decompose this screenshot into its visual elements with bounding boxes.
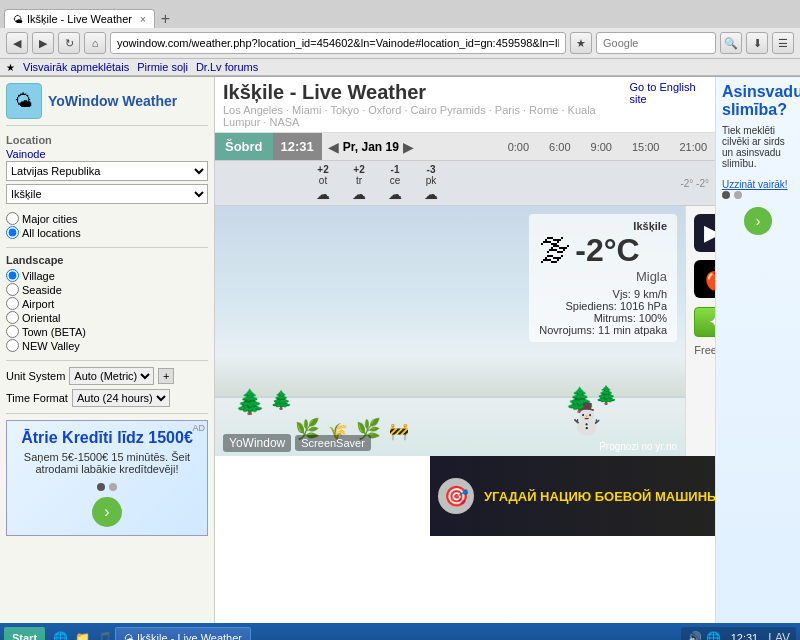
unit-select[interactable]: Auto (Metric) xyxy=(69,367,154,385)
time-mark-5: 21:00 xyxy=(679,141,707,153)
taskbar: Start 🌐 📁 🎵 🌤 Ikšķile - Live Weather 🔊 🌐… xyxy=(0,623,800,640)
landscape-title: Landscape xyxy=(6,254,208,266)
tree-1: 🌲 xyxy=(235,388,265,416)
landscape-seaside[interactable]: Seaside xyxy=(6,283,208,296)
tl-item-3: -1 ce ☁ xyxy=(377,163,413,203)
start-button[interactable]: Start xyxy=(4,627,45,640)
content-header: Ikšķile - Live Weather Los Angeles · Mia… xyxy=(215,77,715,133)
today-button[interactable]: Šobrd xyxy=(215,133,273,160)
weather-brand: YoWindow ScreenSaver xyxy=(223,434,371,452)
landscape-oriental[interactable]: Oriental xyxy=(6,311,208,324)
weather-main: 🌫 -2°C xyxy=(539,232,667,269)
page-container: 🌤 YoWindow Weather Location Vainode Latv… xyxy=(0,77,800,623)
bookmark-1[interactable]: Visvairāk apmeklētais xyxy=(23,61,129,73)
taskbar-system-tray: 🔊 🌐 12:31 LAV xyxy=(681,627,796,640)
download-button[interactable]: ✦ Download ⊞ xyxy=(694,307,715,337)
country-select[interactable]: Latvijas Republika xyxy=(6,161,208,181)
volume-icon[interactable]: 🔊 xyxy=(687,631,702,640)
prev-day-button[interactable]: ◀ xyxy=(328,139,339,155)
pressure-stat: Spiediens: 1016 hPa xyxy=(539,300,667,312)
taskbar-folder-icon[interactable]: 📁 xyxy=(73,629,91,640)
landscape-airport[interactable]: Airport xyxy=(6,297,208,310)
refresh-button[interactable]: ↻ xyxy=(58,32,80,54)
small-temp-2: -2° xyxy=(696,178,709,189)
unit-plus-button[interactable]: + xyxy=(158,368,174,384)
ad-title: Ātrie Kredīti līdz 1500€ xyxy=(15,429,199,447)
major-cities-radio[interactable]: Major cities xyxy=(6,212,208,225)
vainode-link[interactable]: Vainode xyxy=(6,148,208,160)
google-play-button[interactable]: ▶ ANDROID APP ON Google play xyxy=(694,214,715,252)
small-temp-1: -2° xyxy=(680,178,693,189)
city-select[interactable]: Ikšķile xyxy=(6,184,208,204)
download-btn-row: ✦ Download ⊞ 🍎 Mac xyxy=(694,306,715,338)
tl-item-1: +2 ot ☁ xyxy=(305,163,341,203)
tl-item-4: -3 pk ☁ xyxy=(413,163,449,203)
taskbar-ie-icon[interactable]: 🌐 xyxy=(51,629,69,640)
next-day-button[interactable]: ▶ xyxy=(403,139,414,155)
free-text: Free YoWindow 4 with Screen Saver (12 MB… xyxy=(694,344,715,368)
ad-dot-1 xyxy=(97,483,105,491)
health-arrow-button[interactable]: › xyxy=(744,207,772,235)
unit-label: Unit System xyxy=(6,370,65,382)
ad-arrow-button[interactable]: › xyxy=(92,497,122,527)
taskbar-media-icon[interactable]: 🎵 xyxy=(95,629,113,640)
unit-system-row: Unit System Auto (Metric) + xyxy=(6,367,208,385)
tree-2: 🌲 xyxy=(270,389,292,411)
app-store-button[interactable]: 🍎 Download on the App Store xyxy=(694,260,715,298)
network-icon[interactable]: 🌐 xyxy=(706,631,721,640)
download-nav-button[interactable]: ⬇ xyxy=(746,32,768,54)
fence: 🚧 xyxy=(389,422,409,441)
bookmarks-bar: ★ Visvairāk apmeklētais Pirmie soļi Dr.L… xyxy=(0,59,800,76)
time-format-label: Time Format xyxy=(6,392,68,404)
bottom-ad: 🎯 УГАДАЙ НАЦИЮ БОЕВОЙ МАШИНЫ ⭐ СССР США … xyxy=(430,456,715,536)
ad-dot-2 xyxy=(109,483,117,491)
distance-stat: Novrojums: 11 min atpaka xyxy=(539,324,667,336)
landscape-town[interactable]: Town (BETA) xyxy=(6,325,208,338)
all-locations-radio[interactable]: All locations xyxy=(6,226,208,239)
bookmark-2[interactable]: Pirmie soļi xyxy=(137,61,188,73)
location-section: Location Vainode Latvijas Republika Ikšķ… xyxy=(6,134,208,204)
ad-text-area: УГАДАЙ НАЦИЮ БОЕВОЙ МАШИНЫ xyxy=(484,489,715,504)
forward-button[interactable]: ▶ xyxy=(32,32,54,54)
bookmark-3[interactable]: Dr.Lv forums xyxy=(196,61,258,73)
back-button[interactable]: ◀ xyxy=(6,32,28,54)
nav-bar: ◀ ▶ ↻ ⌂ ★ 🔍 ⬇ ☰ xyxy=(0,28,800,59)
new-tab-button[interactable]: + xyxy=(155,10,176,28)
divider-1 xyxy=(6,247,208,248)
timeline-temps: +2 ot ☁ +2 tr ☁ -1 ce ☁ -3 pk ☁ -2° -2° xyxy=(215,161,715,206)
landscape-new-valley[interactable]: NEW Valley xyxy=(6,339,208,352)
active-tab[interactable]: 🌤 Ikšķile - Live Weather × xyxy=(4,9,155,28)
landscape-section: Landscape Village Seaside Airport Orient… xyxy=(6,254,208,352)
sidebar: 🌤 YoWindow Weather Location Vainode Latv… xyxy=(0,77,215,623)
lang-indicator[interactable]: LAV xyxy=(768,631,790,640)
home-button[interactable]: ⌂ xyxy=(84,32,106,54)
search-input[interactable] xyxy=(596,32,716,54)
screensaver-link[interactable]: ScreenSaver xyxy=(295,435,371,451)
bookmark-star-button[interactable]: ★ xyxy=(570,32,592,54)
date-nav: ◀ Pr, Jan 19 ▶ xyxy=(322,139,500,155)
health-dot-2 xyxy=(734,191,742,199)
time-format-row: Time Format Auto (24 hours) xyxy=(6,389,208,407)
health-dots xyxy=(722,191,794,199)
landscape-village[interactable]: Village xyxy=(6,269,208,282)
logo-icon: 🌤 xyxy=(6,83,42,119)
go-english-link[interactable]: Go to English site xyxy=(630,81,708,105)
time-format-select[interactable]: Auto (24 hours) xyxy=(72,389,170,407)
url-bar[interactable] xyxy=(110,32,566,54)
taskbar-browser-item[interactable]: 🌤 Ikšķile - Live Weather xyxy=(115,627,251,640)
ad-dots xyxy=(15,483,199,491)
nav-icons: ★ xyxy=(570,32,592,54)
health-ad-link[interactable]: Uzzināt vairāk! xyxy=(722,179,788,190)
weather-icon: 🌫 xyxy=(539,232,571,269)
settings-button[interactable]: ☰ xyxy=(772,32,794,54)
download-section: ▶ ANDROID APP ON Google play 🍎 Download … xyxy=(685,206,715,456)
time-marks: 0:00 6:00 9:00 15:00 21:00 xyxy=(500,141,715,153)
wind-stat: Vjs: 9 km/h xyxy=(539,288,667,300)
health-ad-title: Asinsvadu slimība? xyxy=(722,83,794,119)
divider-3 xyxy=(6,413,208,414)
tab-close-button[interactable]: × xyxy=(140,14,146,25)
header-left: Ikšķile - Live Weather Los Angeles · Mia… xyxy=(223,81,630,128)
health-ad-text: Tiek meklēti cilvēki ar sirds un asinsva… xyxy=(722,125,794,169)
logo-text: YoWindow Weather xyxy=(48,93,177,109)
search-button[interactable]: 🔍 xyxy=(720,32,742,54)
